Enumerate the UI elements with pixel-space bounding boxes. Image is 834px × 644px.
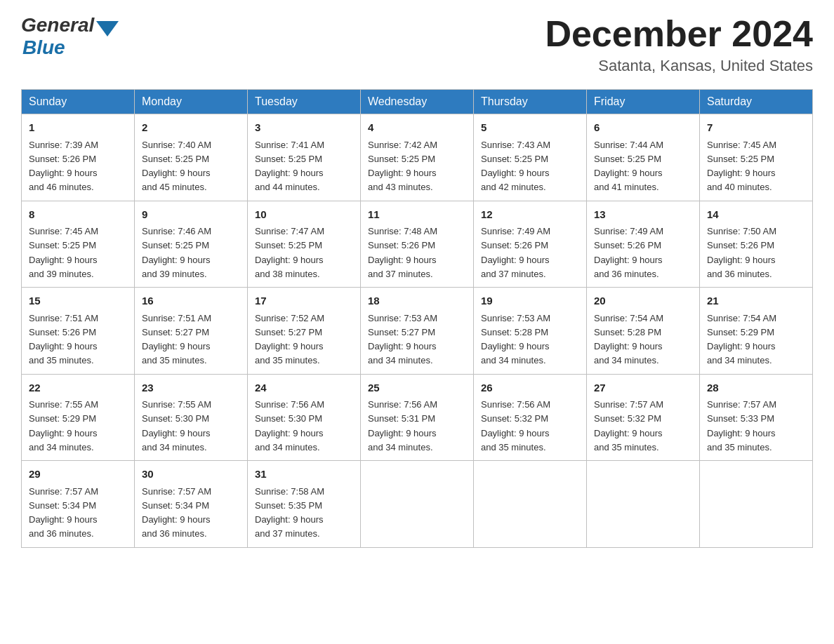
- day-info: Sunrise: 7:54 AMSunset: 5:29 PMDaylight:…: [707, 313, 776, 366]
- day-number: 24: [255, 380, 353, 396]
- table-row: 17 Sunrise: 7:52 AMSunset: 5:27 PMDaylig…: [248, 288, 361, 375]
- day-number: 10: [255, 207, 353, 223]
- day-number: 17: [255, 293, 353, 309]
- day-info: Sunrise: 7:57 AMSunset: 5:34 PMDaylight:…: [29, 486, 98, 539]
- table-row: [587, 461, 700, 548]
- day-info: Sunrise: 7:49 AMSunset: 5:26 PMDaylight:…: [481, 226, 550, 279]
- table-row: 24 Sunrise: 7:56 AMSunset: 5:30 PMDaylig…: [248, 374, 361, 461]
- table-row: 27 Sunrise: 7:57 AMSunset: 5:32 PMDaylig…: [587, 374, 700, 461]
- day-number: 20: [594, 293, 692, 309]
- day-number: 31: [255, 467, 353, 483]
- table-row: 1 Sunrise: 7:39 AMSunset: 5:26 PMDayligh…: [22, 114, 135, 201]
- calendar-header-row: Sunday Monday Tuesday Wednesday Thursday…: [22, 90, 813, 114]
- day-info: Sunrise: 7:51 AMSunset: 5:26 PMDaylight:…: [29, 313, 98, 366]
- day-number: 2: [142, 120, 240, 136]
- table-row: 3 Sunrise: 7:41 AMSunset: 5:25 PMDayligh…: [248, 114, 361, 201]
- logo-arrow-icon: [96, 21, 119, 36]
- table-row: 14 Sunrise: 7:50 AMSunset: 5:26 PMDaylig…: [700, 201, 813, 288]
- table-row: 18 Sunrise: 7:53 AMSunset: 5:27 PMDaylig…: [361, 288, 474, 375]
- table-row: 4 Sunrise: 7:42 AMSunset: 5:25 PMDayligh…: [361, 114, 474, 201]
- day-number: 12: [481, 207, 579, 223]
- table-row: 10 Sunrise: 7:47 AMSunset: 5:25 PMDaylig…: [248, 201, 361, 288]
- table-row: 28 Sunrise: 7:57 AMSunset: 5:33 PMDaylig…: [700, 374, 813, 461]
- day-info: Sunrise: 7:41 AMSunset: 5:25 PMDaylight:…: [255, 140, 324, 193]
- calendar-week-row: 22 Sunrise: 7:55 AMSunset: 5:29 PMDaylig…: [22, 374, 813, 461]
- day-info: Sunrise: 7:42 AMSunset: 5:25 PMDaylight:…: [368, 140, 437, 193]
- day-number: 18: [368, 293, 466, 309]
- table-row: 13 Sunrise: 7:49 AMSunset: 5:26 PMDaylig…: [587, 201, 700, 288]
- day-info: Sunrise: 7:53 AMSunset: 5:28 PMDaylight:…: [481, 313, 550, 366]
- day-number: 8: [29, 207, 127, 223]
- day-info: Sunrise: 7:54 AMSunset: 5:28 PMDaylight:…: [594, 313, 663, 366]
- day-number: 25: [368, 380, 466, 396]
- table-row: 22 Sunrise: 7:55 AMSunset: 5:29 PMDaylig…: [22, 374, 135, 461]
- day-number: 29: [29, 467, 127, 483]
- day-number: 22: [29, 380, 127, 396]
- table-row: 26 Sunrise: 7:56 AMSunset: 5:32 PMDaylig…: [474, 374, 587, 461]
- month-year-title: December 2024: [545, 14, 813, 54]
- calendar-week-row: 15 Sunrise: 7:51 AMSunset: 5:26 PMDaylig…: [22, 288, 813, 375]
- table-row: 31 Sunrise: 7:58 AMSunset: 5:35 PMDaylig…: [248, 461, 361, 548]
- day-info: Sunrise: 7:51 AMSunset: 5:27 PMDaylight:…: [142, 313, 211, 366]
- table-row: 9 Sunrise: 7:46 AMSunset: 5:25 PMDayligh…: [135, 201, 248, 288]
- header-tuesday: Tuesday: [248, 90, 361, 114]
- title-section: December 2024 Satanta, Kansas, United St…: [545, 14, 813, 75]
- header-friday: Friday: [587, 90, 700, 114]
- header-thursday: Thursday: [474, 90, 587, 114]
- day-info: Sunrise: 7:45 AMSunset: 5:25 PMDaylight:…: [707, 140, 776, 193]
- day-info: Sunrise: 7:57 AMSunset: 5:33 PMDaylight:…: [707, 399, 776, 452]
- day-number: 16: [142, 293, 240, 309]
- table-row: 6 Sunrise: 7:44 AMSunset: 5:25 PMDayligh…: [587, 114, 700, 201]
- day-info: Sunrise: 7:57 AMSunset: 5:34 PMDaylight:…: [142, 486, 211, 539]
- day-info: Sunrise: 7:44 AMSunset: 5:25 PMDaylight:…: [594, 140, 663, 193]
- header-wednesday: Wednesday: [361, 90, 474, 114]
- day-info: Sunrise: 7:43 AMSunset: 5:25 PMDaylight:…: [481, 140, 550, 193]
- table-row: 11 Sunrise: 7:48 AMSunset: 5:26 PMDaylig…: [361, 201, 474, 288]
- day-info: Sunrise: 7:56 AMSunset: 5:31 PMDaylight:…: [368, 399, 437, 452]
- day-number: 27: [594, 380, 692, 396]
- calendar-week-row: 1 Sunrise: 7:39 AMSunset: 5:26 PMDayligh…: [22, 114, 813, 201]
- day-info: Sunrise: 7:56 AMSunset: 5:32 PMDaylight:…: [481, 399, 550, 452]
- location-subtitle: Satanta, Kansas, United States: [545, 57, 813, 75]
- day-info: Sunrise: 7:40 AMSunset: 5:25 PMDaylight:…: [142, 140, 211, 193]
- calendar-table: Sunday Monday Tuesday Wednesday Thursday…: [21, 89, 813, 548]
- header-monday: Monday: [135, 90, 248, 114]
- day-info: Sunrise: 7:39 AMSunset: 5:26 PMDaylight:…: [29, 140, 98, 193]
- day-info: Sunrise: 7:47 AMSunset: 5:25 PMDaylight:…: [255, 226, 324, 279]
- day-number: 7: [707, 120, 805, 136]
- day-info: Sunrise: 7:53 AMSunset: 5:27 PMDaylight:…: [368, 313, 437, 366]
- header-sunday: Sunday: [22, 90, 135, 114]
- table-row: [474, 461, 587, 548]
- page-header: General Blue December 2024 Satanta, Kans…: [21, 14, 813, 75]
- day-info: Sunrise: 7:55 AMSunset: 5:30 PMDaylight:…: [142, 399, 211, 452]
- day-info: Sunrise: 7:57 AMSunset: 5:32 PMDaylight:…: [594, 399, 663, 452]
- table-row: 15 Sunrise: 7:51 AMSunset: 5:26 PMDaylig…: [22, 288, 135, 375]
- day-info: Sunrise: 7:56 AMSunset: 5:30 PMDaylight:…: [255, 399, 324, 452]
- day-info: Sunrise: 7:52 AMSunset: 5:27 PMDaylight:…: [255, 313, 324, 366]
- table-row: 30 Sunrise: 7:57 AMSunset: 5:34 PMDaylig…: [135, 461, 248, 548]
- logo-blue-text: Blue: [22, 36, 65, 59]
- day-number: 4: [368, 120, 466, 136]
- table-row: 12 Sunrise: 7:49 AMSunset: 5:26 PMDaylig…: [474, 201, 587, 288]
- calendar-week-row: 8 Sunrise: 7:45 AMSunset: 5:25 PMDayligh…: [22, 201, 813, 288]
- table-row: 25 Sunrise: 7:56 AMSunset: 5:31 PMDaylig…: [361, 374, 474, 461]
- day-number: 19: [481, 293, 579, 309]
- logo: General Blue: [21, 14, 119, 59]
- day-number: 28: [707, 380, 805, 396]
- day-info: Sunrise: 7:58 AMSunset: 5:35 PMDaylight:…: [255, 486, 324, 539]
- day-number: 5: [481, 120, 579, 136]
- day-number: 15: [29, 293, 127, 309]
- day-number: 11: [368, 207, 466, 223]
- logo-general-text: General: [21, 14, 94, 36]
- calendar-week-row: 29 Sunrise: 7:57 AMSunset: 5:34 PMDaylig…: [22, 461, 813, 548]
- day-info: Sunrise: 7:49 AMSunset: 5:26 PMDaylight:…: [594, 226, 663, 279]
- table-row: 19 Sunrise: 7:53 AMSunset: 5:28 PMDaylig…: [474, 288, 587, 375]
- table-row: 20 Sunrise: 7:54 AMSunset: 5:28 PMDaylig…: [587, 288, 700, 375]
- day-info: Sunrise: 7:46 AMSunset: 5:25 PMDaylight:…: [142, 226, 211, 279]
- table-row: 29 Sunrise: 7:57 AMSunset: 5:34 PMDaylig…: [22, 461, 135, 548]
- day-number: 13: [594, 207, 692, 223]
- day-number: 14: [707, 207, 805, 223]
- table-row: 2 Sunrise: 7:40 AMSunset: 5:25 PMDayligh…: [135, 114, 248, 201]
- day-number: 23: [142, 380, 240, 396]
- table-row: [361, 461, 474, 548]
